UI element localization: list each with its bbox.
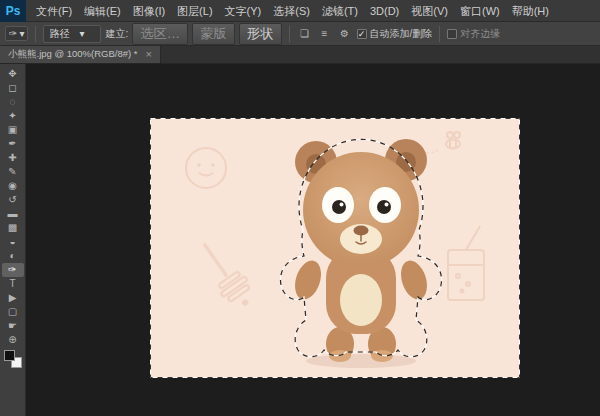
healing-brush-icon: ✚	[8, 153, 16, 163]
gradient-icon: ▩	[8, 223, 17, 233]
menu-view[interactable]: 视图(V)	[405, 0, 454, 22]
brush-icon: ✎	[8, 167, 16, 177]
hand-tool[interactable]: ☛	[2, 319, 24, 333]
marquee-tool[interactable]: ◻	[2, 81, 24, 95]
menu-filter[interactable]: 滤镜(T)	[316, 0, 364, 22]
document-tab-title: 小熊熊.jpg @ 100%(RGB/8#) *	[8, 48, 138, 61]
photoshop-window: Ps 文件(F) 编辑(E) 图像(I) 图层(L) 文字(Y) 选择(S) 滤…	[0, 0, 600, 416]
clone-stamp-tool[interactable]: ◉	[2, 179, 24, 193]
lasso-icon: ◌	[10, 97, 16, 107]
align-edges-checkbox[interactable]	[447, 29, 457, 39]
make-selection-button[interactable]: 选区…	[132, 23, 188, 45]
zoom-tool[interactable]: ⊕	[2, 333, 24, 347]
dodge-icon: ◐	[9, 251, 15, 261]
menu-window[interactable]: 窗口(W)	[454, 0, 506, 22]
path-selection-icon: ▶	[9, 293, 17, 303]
menu-bar: Ps 文件(F) 编辑(E) 图像(I) 图层(L) 文字(Y) 选择(S) 滤…	[0, 0, 600, 22]
divider	[289, 26, 290, 42]
lasso-tool[interactable]: ◌	[2, 95, 24, 109]
menu-select[interactable]: 选择(S)	[267, 0, 316, 22]
menu-help[interactable]: 帮助(H)	[506, 0, 555, 22]
dodge-tool[interactable]: ◐	[2, 249, 24, 263]
menu-image[interactable]: 图像(I)	[127, 0, 171, 22]
history-brush-tool[interactable]: ↺	[2, 193, 24, 207]
eraser-icon: ▬	[8, 209, 18, 219]
auto-add-delete-option[interactable]: ✓ 自动添加/删除	[357, 27, 433, 41]
hand-icon: ☛	[8, 321, 17, 331]
align-edges-label: 对齐边缘	[460, 27, 500, 41]
shape-icon: ▢	[8, 307, 17, 317]
eyedropper-icon: ✒	[8, 139, 16, 149]
divider	[35, 26, 36, 42]
tools-panel: ✥ ◻ ◌ ✦ ▣ ✒ ✚ ✎ ◉ ↺ ▬ ▩ ◒ ◐ ✑ T ▶ ▢ ☛ ⊕	[0, 64, 26, 416]
history-brush-icon: ↺	[8, 195, 16, 205]
healing-brush-tool[interactable]: ✚	[2, 151, 24, 165]
document-tab-bar: 小熊熊.jpg @ 100%(RGB/8#) * ×	[0, 46, 600, 64]
pen-icon: ✑	[8, 265, 16, 275]
pen-tool[interactable]: ✑	[2, 263, 24, 277]
make-shape-button[interactable]: 形状	[239, 23, 282, 45]
crop-icon: ▣	[8, 125, 17, 135]
color-swatches[interactable]	[4, 350, 22, 368]
pen-tool-icon: ✑	[9, 28, 17, 39]
auto-add-delete-label: 自动添加/删除	[370, 27, 433, 41]
divider	[439, 26, 440, 42]
gear-icon[interactable]: ⚙	[337, 26, 353, 42]
zoom-icon: ⊕	[8, 335, 16, 345]
quick-selection-tool[interactable]: ✦	[2, 109, 24, 123]
path-selection-tool[interactable]: ▶	[2, 291, 24, 305]
eraser-tool[interactable]: ▬	[2, 207, 24, 221]
canvas-area[interactable]	[26, 64, 600, 416]
close-icon[interactable]: ×	[146, 49, 152, 60]
eyedropper-tool[interactable]: ✒	[2, 137, 24, 151]
tool-preset-picker[interactable]: ✑ ▾	[5, 26, 28, 41]
menu-layer[interactable]: 图层(L)	[171, 0, 218, 22]
document-image[interactable]	[150, 118, 520, 378]
crop-tool[interactable]: ▣	[2, 123, 24, 137]
menu-3d[interactable]: 3D(D)	[364, 0, 405, 22]
clone-stamp-icon: ◉	[8, 181, 17, 191]
auto-add-delete-checkbox[interactable]: ✓	[357, 29, 367, 39]
blur-icon: ◒	[9, 237, 15, 247]
make-label: 建立:	[105, 27, 128, 41]
tool-options-bar: ✑ ▾ 路径 ▾ 建立: 选区… 蒙版 形状 ❏ ≡ ⚙ ✓ 自动添加/删除 对…	[0, 22, 600, 46]
chevron-down-icon: ▾	[79, 28, 84, 39]
brush-tool[interactable]: ✎	[2, 165, 24, 179]
menu-edit[interactable]: 编辑(E)	[78, 0, 127, 22]
menu-file[interactable]: 文件(F)	[30, 0, 78, 22]
chevron-down-icon: ▾	[19, 28, 24, 39]
make-mask-button[interactable]: 蒙版	[192, 23, 235, 45]
shape-tool[interactable]: ▢	[2, 305, 24, 319]
type-tool[interactable]: T	[2, 277, 24, 291]
foreground-color-swatch[interactable]	[4, 350, 15, 361]
tool-mode-select[interactable]: 路径 ▾	[43, 25, 101, 43]
type-icon: T	[9, 279, 15, 289]
path-operations-icon[interactable]: ❏	[297, 26, 313, 42]
photoshop-logo: Ps	[0, 0, 26, 22]
align-edges-option[interactable]: 对齐边缘	[447, 27, 500, 41]
blur-tool[interactable]: ◒	[2, 235, 24, 249]
move-tool[interactable]: ✥	[2, 67, 24, 81]
move-icon: ✥	[8, 69, 16, 79]
gradient-tool[interactable]: ▩	[2, 221, 24, 235]
teddy-bear-image	[150, 118, 520, 378]
quick-selection-icon: ✦	[8, 111, 16, 121]
tool-mode-value: 路径	[49, 27, 69, 41]
marquee-icon: ◻	[8, 83, 16, 93]
path-alignment-icon[interactable]: ≡	[317, 26, 333, 42]
menu-type[interactable]: 文字(Y)	[219, 0, 268, 22]
document-tab[interactable]: 小熊熊.jpg @ 100%(RGB/8#) * ×	[0, 46, 161, 63]
